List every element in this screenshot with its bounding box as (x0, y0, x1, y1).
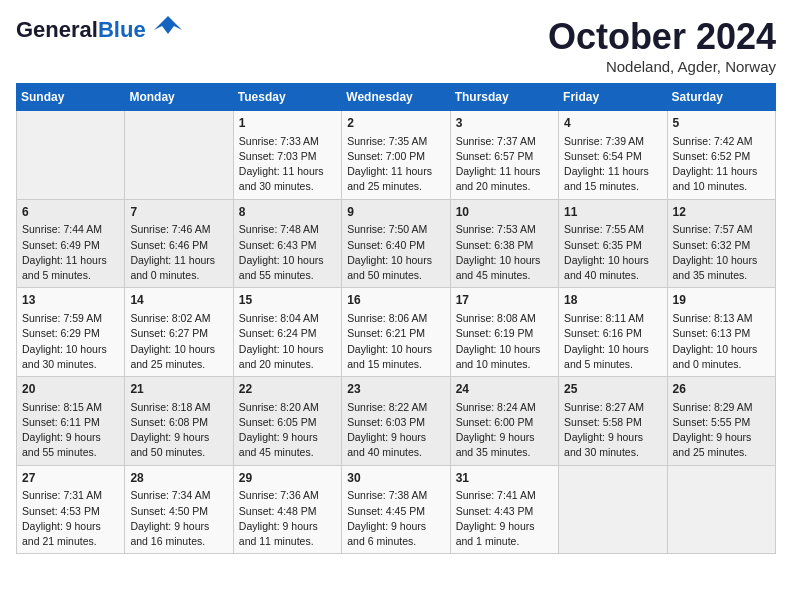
day-number: 11 (564, 204, 661, 221)
location-subtitle: Nodeland, Agder, Norway (548, 58, 776, 75)
day-info: Sunrise: 7:46 AMSunset: 6:46 PMDaylight:… (130, 222, 227, 283)
calendar-cell: 2Sunrise: 7:35 AMSunset: 7:00 PMDaylight… (342, 111, 450, 200)
calendar-week-4: 20Sunrise: 8:15 AMSunset: 6:11 PMDayligh… (17, 377, 776, 466)
day-number: 13 (22, 292, 119, 309)
day-number: 9 (347, 204, 444, 221)
page-header: GeneralBlue October 2024 Nodeland, Agder… (16, 16, 776, 75)
day-info: Sunrise: 7:31 AMSunset: 4:53 PMDaylight:… (22, 488, 119, 549)
day-info: Sunrise: 8:15 AMSunset: 6:11 PMDaylight:… (22, 400, 119, 461)
day-info: Sunrise: 8:24 AMSunset: 6:00 PMDaylight:… (456, 400, 553, 461)
day-number: 21 (130, 381, 227, 398)
calendar-week-3: 13Sunrise: 7:59 AMSunset: 6:29 PMDayligh… (17, 288, 776, 377)
day-info: Sunrise: 7:36 AMSunset: 4:48 PMDaylight:… (239, 488, 336, 549)
calendar-cell: 10Sunrise: 7:53 AMSunset: 6:38 PMDayligh… (450, 199, 558, 288)
calendar-cell: 1Sunrise: 7:33 AMSunset: 7:03 PMDaylight… (233, 111, 341, 200)
calendar-cell: 6Sunrise: 7:44 AMSunset: 6:49 PMDaylight… (17, 199, 125, 288)
calendar-cell: 25Sunrise: 8:27 AMSunset: 5:58 PMDayligh… (559, 377, 667, 466)
calendar-header: SundayMondayTuesdayWednesdayThursdayFrid… (17, 84, 776, 111)
calendar-cell (17, 111, 125, 200)
day-number: 27 (22, 470, 119, 487)
day-info: Sunrise: 8:04 AMSunset: 6:24 PMDaylight:… (239, 311, 336, 372)
calendar-header-row: SundayMondayTuesdayWednesdayThursdayFrid… (17, 84, 776, 111)
calendar-body: 1Sunrise: 7:33 AMSunset: 7:03 PMDaylight… (17, 111, 776, 554)
calendar-cell (667, 465, 775, 554)
day-number: 7 (130, 204, 227, 221)
day-info: Sunrise: 7:42 AMSunset: 6:52 PMDaylight:… (673, 134, 770, 195)
day-number: 2 (347, 115, 444, 132)
day-info: Sunrise: 7:48 AMSunset: 6:43 PMDaylight:… (239, 222, 336, 283)
day-header-thursday: Thursday (450, 84, 558, 111)
day-info: Sunrise: 8:18 AMSunset: 6:08 PMDaylight:… (130, 400, 227, 461)
day-number: 23 (347, 381, 444, 398)
calendar-cell: 31Sunrise: 7:41 AMSunset: 4:43 PMDayligh… (450, 465, 558, 554)
day-number: 4 (564, 115, 661, 132)
day-info: Sunrise: 7:34 AMSunset: 4:50 PMDaylight:… (130, 488, 227, 549)
calendar-cell: 17Sunrise: 8:08 AMSunset: 6:19 PMDayligh… (450, 288, 558, 377)
calendar-cell: 20Sunrise: 8:15 AMSunset: 6:11 PMDayligh… (17, 377, 125, 466)
day-info: Sunrise: 7:39 AMSunset: 6:54 PMDaylight:… (564, 134, 661, 195)
day-info: Sunrise: 8:20 AMSunset: 6:05 PMDaylight:… (239, 400, 336, 461)
calendar-cell: 23Sunrise: 8:22 AMSunset: 6:03 PMDayligh… (342, 377, 450, 466)
day-number: 6 (22, 204, 119, 221)
calendar-cell: 19Sunrise: 8:13 AMSunset: 6:13 PMDayligh… (667, 288, 775, 377)
day-header-saturday: Saturday (667, 84, 775, 111)
day-info: Sunrise: 8:08 AMSunset: 6:19 PMDaylight:… (456, 311, 553, 372)
day-info: Sunrise: 8:27 AMSunset: 5:58 PMDaylight:… (564, 400, 661, 461)
calendar-cell: 5Sunrise: 7:42 AMSunset: 6:52 PMDaylight… (667, 111, 775, 200)
day-number: 17 (456, 292, 553, 309)
calendar-cell: 7Sunrise: 7:46 AMSunset: 6:46 PMDaylight… (125, 199, 233, 288)
calendar-cell: 27Sunrise: 7:31 AMSunset: 4:53 PMDayligh… (17, 465, 125, 554)
day-header-monday: Monday (125, 84, 233, 111)
day-info: Sunrise: 7:44 AMSunset: 6:49 PMDaylight:… (22, 222, 119, 283)
day-info: Sunrise: 7:37 AMSunset: 6:57 PMDaylight:… (456, 134, 553, 195)
day-number: 31 (456, 470, 553, 487)
day-number: 3 (456, 115, 553, 132)
calendar-cell: 24Sunrise: 8:24 AMSunset: 6:00 PMDayligh… (450, 377, 558, 466)
logo: GeneralBlue (16, 16, 182, 44)
day-number: 19 (673, 292, 770, 309)
day-number: 29 (239, 470, 336, 487)
day-number: 25 (564, 381, 661, 398)
calendar-table: SundayMondayTuesdayWednesdayThursdayFrid… (16, 83, 776, 554)
svg-marker-0 (154, 16, 182, 34)
day-info: Sunrise: 7:35 AMSunset: 7:00 PMDaylight:… (347, 134, 444, 195)
calendar-cell: 15Sunrise: 8:04 AMSunset: 6:24 PMDayligh… (233, 288, 341, 377)
day-number: 10 (456, 204, 553, 221)
calendar-cell: 14Sunrise: 8:02 AMSunset: 6:27 PMDayligh… (125, 288, 233, 377)
calendar-cell: 12Sunrise: 7:57 AMSunset: 6:32 PMDayligh… (667, 199, 775, 288)
day-header-friday: Friday (559, 84, 667, 111)
day-info: Sunrise: 7:38 AMSunset: 4:45 PMDaylight:… (347, 488, 444, 549)
calendar-cell: 8Sunrise: 7:48 AMSunset: 6:43 PMDaylight… (233, 199, 341, 288)
day-info: Sunrise: 7:33 AMSunset: 7:03 PMDaylight:… (239, 134, 336, 195)
day-info: Sunrise: 8:29 AMSunset: 5:55 PMDaylight:… (673, 400, 770, 461)
day-info: Sunrise: 8:02 AMSunset: 6:27 PMDaylight:… (130, 311, 227, 372)
day-header-tuesday: Tuesday (233, 84, 341, 111)
calendar-cell: 30Sunrise: 7:38 AMSunset: 4:45 PMDayligh… (342, 465, 450, 554)
day-number: 1 (239, 115, 336, 132)
day-header-wednesday: Wednesday (342, 84, 450, 111)
day-number: 30 (347, 470, 444, 487)
calendar-cell: 29Sunrise: 7:36 AMSunset: 4:48 PMDayligh… (233, 465, 341, 554)
day-number: 26 (673, 381, 770, 398)
day-number: 16 (347, 292, 444, 309)
calendar-cell: 18Sunrise: 8:11 AMSunset: 6:16 PMDayligh… (559, 288, 667, 377)
day-number: 15 (239, 292, 336, 309)
calendar-cell (125, 111, 233, 200)
day-info: Sunrise: 8:13 AMSunset: 6:13 PMDaylight:… (673, 311, 770, 372)
logo-bird-icon (154, 12, 182, 40)
day-number: 20 (22, 381, 119, 398)
calendar-week-1: 1Sunrise: 7:33 AMSunset: 7:03 PMDaylight… (17, 111, 776, 200)
day-number: 24 (456, 381, 553, 398)
month-title: October 2024 (548, 16, 776, 58)
day-number: 28 (130, 470, 227, 487)
day-header-sunday: Sunday (17, 84, 125, 111)
day-number: 14 (130, 292, 227, 309)
day-info: Sunrise: 8:22 AMSunset: 6:03 PMDaylight:… (347, 400, 444, 461)
day-number: 12 (673, 204, 770, 221)
calendar-week-5: 27Sunrise: 7:31 AMSunset: 4:53 PMDayligh… (17, 465, 776, 554)
day-info: Sunrise: 7:57 AMSunset: 6:32 PMDaylight:… (673, 222, 770, 283)
day-number: 8 (239, 204, 336, 221)
day-number: 18 (564, 292, 661, 309)
day-number: 5 (673, 115, 770, 132)
day-info: Sunrise: 7:53 AMSunset: 6:38 PMDaylight:… (456, 222, 553, 283)
